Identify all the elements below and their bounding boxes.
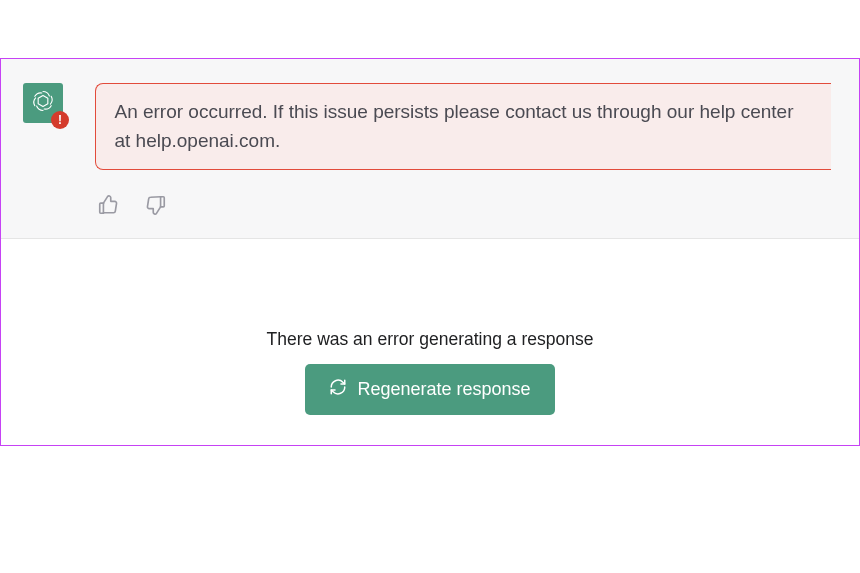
feedback-row [95, 194, 859, 220]
regenerate-button-label: Regenerate response [357, 379, 530, 400]
thumbs-up-icon [97, 194, 119, 220]
error-badge-icon: ! [51, 111, 69, 129]
svg-marker-0 [38, 95, 48, 106]
error-message-box: An error occurred. If this issue persist… [95, 83, 831, 170]
thumbs-down-button[interactable] [143, 194, 169, 220]
regenerate-response-button[interactable]: Regenerate response [305, 364, 554, 415]
assistant-avatar-wrap: ! [23, 83, 63, 123]
assistant-message-row: ! An error occurred. If this issue persi… [1, 59, 859, 239]
error-notice-text: There was an error generating a response [1, 329, 859, 350]
thumbs-down-icon [145, 194, 167, 220]
refresh-icon [329, 378, 347, 401]
error-message-text: An error occurred. If this issue persist… [114, 101, 793, 151]
chat-frame: ! An error occurred. If this issue persi… [0, 58, 860, 446]
error-footer: There was an error generating a response… [1, 329, 859, 415]
thumbs-up-button[interactable] [95, 194, 121, 220]
